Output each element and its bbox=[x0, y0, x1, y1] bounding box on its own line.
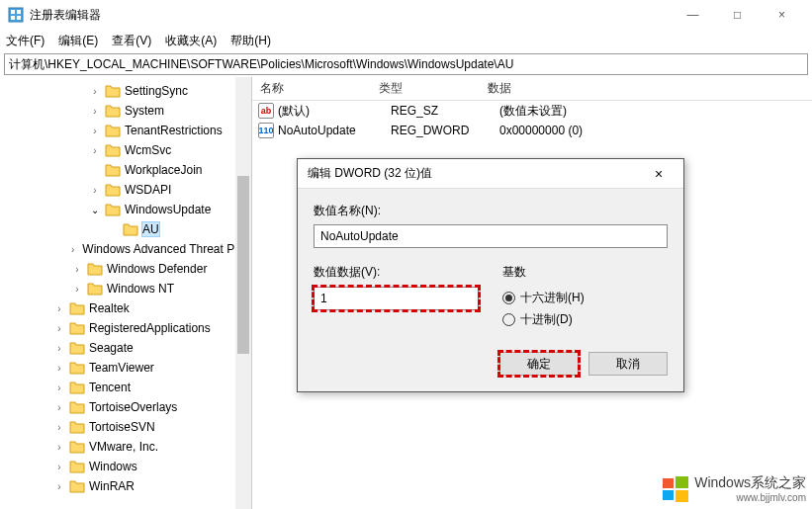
dialog-close-button[interactable]: × bbox=[644, 159, 674, 189]
name-label: 数值名称(N): bbox=[314, 203, 668, 219]
close-button[interactable]: × bbox=[760, 0, 804, 30]
menu-help[interactable]: 帮助(H) bbox=[230, 33, 271, 49]
radio-dec-button[interactable] bbox=[502, 313, 515, 326]
address-bar[interactable]: 计算机\HKEY_LOCAL_MACHINE\SOFTWARE\Policies… bbox=[4, 53, 808, 75]
folder-icon bbox=[105, 203, 121, 216]
binary-value-icon: 110 bbox=[258, 123, 274, 138]
tree-item-label: Tencent bbox=[89, 381, 131, 394]
tree-item[interactable]: ›SettingSync bbox=[0, 81, 251, 101]
string-value-icon: ab bbox=[258, 103, 274, 119]
folder-icon bbox=[105, 124, 121, 137]
chevron-right-icon[interactable]: › bbox=[53, 323, 65, 334]
tree-item[interactable]: ›VMware, Inc. bbox=[0, 437, 251, 457]
tree-item-label: TortoiseOverlays bbox=[89, 400, 177, 414]
tree-scrollbar[interactable] bbox=[235, 77, 251, 509]
chevron-right-icon[interactable]: › bbox=[53, 442, 65, 453]
value-row[interactable]: ab(默认)REG_SZ(数值未设置) bbox=[252, 101, 812, 121]
column-headers: 名称 类型 数据 bbox=[252, 77, 812, 101]
name-field[interactable] bbox=[314, 224, 668, 248]
tree-item[interactable]: ⌄WindowsUpdate bbox=[0, 200, 251, 219]
tree-item[interactable]: ›Windows NT bbox=[0, 279, 251, 298]
tree-item-label: SettingSync bbox=[125, 84, 188, 98]
radio-dec[interactable]: 十进制(D) bbox=[502, 308, 668, 330]
tree-pane: ›SettingSync›System›TenantRestrictions›W… bbox=[0, 77, 252, 509]
folder-icon bbox=[69, 361, 85, 375]
folder-icon bbox=[69, 381, 85, 394]
data-field[interactable] bbox=[314, 287, 479, 310]
regedit-icon bbox=[8, 7, 24, 23]
menu-favorites[interactable]: 收藏夹(A) bbox=[165, 33, 217, 49]
chevron-right-icon[interactable]: › bbox=[53, 382, 65, 393]
chevron-right-icon[interactable]: › bbox=[89, 106, 101, 117]
edit-dword-dialog: 编辑 DWORD (32 位)值 × 数值名称(N): 数值数据(V): 基数 … bbox=[297, 158, 684, 392]
tree-item-label: WorkplaceJoin bbox=[125, 163, 202, 177]
base-label: 基数 bbox=[502, 264, 668, 281]
chevron-right-icon[interactable]: › bbox=[71, 284, 83, 295]
cancel-button[interactable]: 取消 bbox=[588, 352, 668, 376]
tree-item[interactable]: ›TenantRestrictions bbox=[0, 121, 251, 140]
chevron-right-icon[interactable]: › bbox=[53, 363, 65, 374]
col-data[interactable]: 数据 bbox=[480, 80, 812, 97]
tree-item[interactable]: ›Windows Defender bbox=[0, 259, 251, 279]
tree-item[interactable]: ›Tencent bbox=[0, 378, 251, 397]
chevron-right-icon[interactable]: › bbox=[89, 145, 101, 156]
chevron-right-icon[interactable]: › bbox=[71, 264, 83, 275]
radio-hex-button[interactable] bbox=[502, 292, 515, 304]
chevron-right-icon[interactable]: › bbox=[53, 422, 65, 433]
tree-item-label: System bbox=[125, 104, 164, 118]
tree-item[interactable]: ›TeamViewer bbox=[0, 358, 251, 378]
chevron-right-icon[interactable]: › bbox=[53, 303, 65, 314]
value-row[interactable]: 110NoAutoUpdateREG_DWORD0x00000000 (0) bbox=[252, 121, 812, 140]
menu-file[interactable]: 文件(F) bbox=[6, 33, 45, 49]
value-type: REG_DWORD bbox=[391, 124, 499, 137]
windows-logo-icon bbox=[663, 476, 688, 502]
folder-icon bbox=[69, 301, 85, 315]
tree-item[interactable]: WorkplaceJoin bbox=[0, 160, 251, 180]
folder-icon bbox=[69, 400, 85, 414]
tree-item-label: TenantRestrictions bbox=[125, 124, 223, 137]
chevron-right-icon[interactable]: › bbox=[53, 402, 65, 413]
chevron-right-icon[interactable]: › bbox=[53, 343, 65, 354]
radio-hex[interactable]: 十六进制(H) bbox=[502, 287, 668, 308]
col-type[interactable]: 类型 bbox=[371, 80, 480, 97]
chevron-right-icon[interactable]: › bbox=[71, 244, 74, 255]
chevron-right-icon[interactable]: › bbox=[53, 462, 65, 472]
folder-icon bbox=[69, 341, 85, 355]
menu-edit[interactable]: 编辑(E) bbox=[58, 33, 98, 49]
maximize-button[interactable]: □ bbox=[715, 0, 760, 30]
chevron-right-icon[interactable]: › bbox=[89, 185, 101, 196]
svg-rect-1 bbox=[11, 10, 15, 14]
tree-item[interactable]: AU bbox=[0, 219, 251, 239]
tree-item[interactable]: ›System bbox=[0, 101, 251, 121]
tree-item[interactable]: ›TortoiseSVN bbox=[0, 417, 251, 437]
tree-item[interactable]: ›Seagate bbox=[0, 338, 251, 358]
folder-icon bbox=[69, 440, 85, 454]
tree-item[interactable]: ›TortoiseOverlays bbox=[0, 397, 251, 417]
chevron-right-icon[interactable]: › bbox=[89, 126, 101, 136]
tree-item-label: Windows Defender bbox=[107, 262, 207, 276]
menu-view[interactable]: 查看(V) bbox=[112, 33, 151, 49]
window-title: 注册表编辑器 bbox=[30, 7, 671, 24]
minimize-button[interactable]: — bbox=[671, 0, 715, 30]
chevron-down-icon[interactable]: ⌄ bbox=[89, 205, 101, 215]
tree-item[interactable]: ›Windows Advanced Threat Protection bbox=[0, 239, 251, 259]
value-data: 0x00000000 (0) bbox=[499, 124, 812, 137]
tree-item[interactable]: ›WcmSvc bbox=[0, 140, 251, 160]
col-name[interactable]: 名称 bbox=[252, 80, 371, 97]
tree-item[interactable]: ›WSDAPI bbox=[0, 180, 251, 200]
ok-button[interactable]: 确定 bbox=[499, 352, 579, 376]
tree-item-label: WcmSvc bbox=[125, 143, 171, 157]
folder-icon bbox=[87, 282, 103, 296]
folder-icon bbox=[123, 222, 138, 236]
tree-item[interactable]: ›RegisteredApplications bbox=[0, 318, 251, 338]
tree-item-label: VMware, Inc. bbox=[89, 440, 158, 454]
chevron-right-icon[interactable]: › bbox=[53, 481, 65, 492]
tree-item[interactable]: ›Realtek bbox=[0, 298, 251, 318]
tree-item[interactable]: ›WinRAR bbox=[0, 476, 251, 496]
svg-rect-4 bbox=[17, 16, 21, 20]
value-type: REG_SZ bbox=[391, 104, 499, 118]
chevron-right-icon[interactable]: › bbox=[89, 86, 101, 97]
folder-icon bbox=[69, 420, 85, 434]
value-data: (数值未设置) bbox=[499, 103, 812, 120]
tree-item[interactable]: ›Windows bbox=[0, 457, 251, 476]
